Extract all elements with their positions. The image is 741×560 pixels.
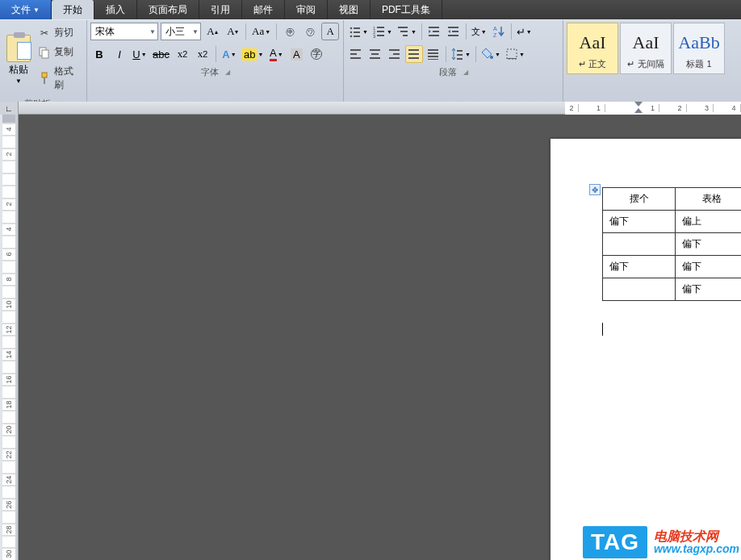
text-direction-button[interactable]: 文▼ [470, 23, 488, 40]
enclose-button[interactable]: 字 [308, 45, 325, 63]
page: ✥ 摆个表格偏下偏上偏下偏下偏下偏下 [551, 139, 741, 560]
indent-marker-icon[interactable] [634, 102, 643, 113]
tab-layout[interactable]: 页面布局 [137, 0, 199, 19]
align-justify-button[interactable] [405, 45, 423, 63]
tab-selector-icon[interactable]: ∟ [0, 102, 19, 115]
enclose-chars-button[interactable]: ㋻ [301, 23, 319, 40]
phonetic-guide-button[interactable]: ㊥ [281, 23, 299, 40]
tab-references[interactable]: 引用 [199, 0, 242, 19]
font-size-combo[interactable]: 小三▼ [161, 23, 201, 40]
show-marks-button[interactable]: ↵▼ [515, 23, 534, 40]
decrease-indent-button[interactable] [425, 23, 443, 40]
line-spacing-button[interactable]: ▼ [450, 45, 472, 63]
bullets-button[interactable]: ▼ [347, 23, 370, 40]
svg-rect-27 [350, 49, 361, 51]
svg-rect-13 [377, 31, 384, 32]
svg-rect-47 [507, 49, 517, 59]
svg-rect-2 [42, 73, 47, 77]
multilevel-list-button[interactable]: ▼ [396, 23, 418, 40]
svg-rect-20 [433, 31, 439, 32]
tab-mail[interactable]: 邮件 [242, 0, 285, 19]
bold-button[interactable]: B [90, 45, 108, 63]
ribbon: 粘贴 ▼ ✂剪切 复制 格式刷 剪贴板◢ 宋体▼ 小三▼ A▴ A▾ Aa▼ ㊥… [0, 19, 741, 102]
grow-font-button[interactable]: A▴ [203, 23, 221, 40]
svg-point-8 [350, 36, 353, 38]
svg-rect-28 [350, 53, 357, 55]
char-shading-button[interactable]: A [287, 45, 305, 63]
align-right-button[interactable] [386, 45, 404, 63]
table-cell[interactable]: 偏下 [603, 211, 676, 233]
svg-rect-34 [393, 53, 400, 55]
document-area[interactable]: ✥ 摆个表格偏下偏上偏下偏下偏下偏下 [19, 115, 741, 560]
document-table[interactable]: 摆个表格偏下偏上偏下偏下偏下偏下 [602, 187, 741, 301]
tab-pdf[interactable]: PDF工具集 [370, 0, 442, 19]
svg-rect-15 [377, 35, 384, 36]
tab-bar: 文件▼ 开始 插入 页面布局 引用 邮件 审阅 视图 PDF工具集 [0, 0, 741, 19]
table-cell[interactable]: 表格 [676, 188, 742, 211]
svg-rect-16 [398, 27, 408, 28]
table-cell[interactable]: 摆个 [603, 188, 676, 211]
svg-rect-41 [428, 56, 438, 57]
svg-rect-7 [354, 31, 360, 33]
paragraph-launcher-icon[interactable]: ◢ [463, 69, 468, 76]
table-cell[interactable]: 偏下 [676, 278, 742, 301]
ruler-horizontal[interactable]: ∟ 211234 [0, 102, 741, 115]
sort-button[interactable]: AZ [490, 23, 508, 40]
strikethrough-button[interactable]: abc [151, 45, 171, 63]
increase-indent-button[interactable] [445, 23, 463, 40]
svg-rect-42 [428, 59, 438, 60]
paste-button[interactable]: 粘贴 ▼ [3, 23, 34, 95]
paste-icon [6, 35, 31, 62]
subscript-button[interactable]: x2 [174, 45, 191, 63]
tab-insert[interactable]: 插入 [94, 0, 137, 19]
table-cell[interactable]: 偏下 [676, 256, 742, 278]
table-cell[interactable] [603, 233, 676, 256]
style-2[interactable]: AaBb标题 1 [673, 23, 725, 74]
svg-rect-19 [429, 27, 439, 28]
svg-rect-39 [428, 49, 438, 51]
format-painter-button[interactable]: 格式刷 [36, 63, 83, 94]
svg-rect-22 [448, 27, 458, 28]
svg-rect-18 [403, 35, 408, 36]
font-name-combo[interactable]: 宋体▼ [90, 23, 158, 40]
highlight-button[interactable]: ab▼ [241, 45, 265, 63]
char-border-button[interactable]: A [321, 23, 339, 40]
table-cell[interactable] [603, 278, 676, 301]
tab-view[interactable]: 视图 [328, 0, 370, 19]
shading-button[interactable]: ▼ [479, 45, 502, 63]
font-color-button[interactable]: A▼ [267, 45, 285, 63]
tab-file[interactable]: 文件▼ [0, 0, 52, 19]
svg-rect-38 [408, 57, 419, 59]
align-left-button[interactable] [347, 45, 365, 63]
font-launcher-icon[interactable]: ◢ [225, 69, 230, 76]
change-case-button[interactable]: Aa▼ [250, 23, 272, 40]
underline-button[interactable]: U▼ [131, 45, 149, 63]
italic-button[interactable]: I [111, 45, 128, 63]
shrink-font-button[interactable]: A▾ [224, 23, 241, 40]
scissors-icon: ✂ [38, 27, 51, 40]
ruler-vertical[interactable]: 4224681012141618202224262830 [0, 115, 19, 560]
copy-button[interactable]: 复制 [36, 44, 83, 61]
style-1[interactable]: AaI↵ 无间隔 [620, 23, 672, 74]
table-cell[interactable]: 偏下 [676, 233, 742, 256]
table-move-handle-icon[interactable]: ✥ [589, 184, 601, 195]
table-cell[interactable]: 偏下 [603, 256, 676, 278]
style-0[interactable]: AaI↵ 正文 [567, 23, 618, 74]
table-cell[interactable]: 偏上 [676, 211, 742, 233]
svg-rect-31 [371, 53, 379, 55]
align-center-button[interactable] [366, 45, 384, 63]
align-distribute-button[interactable] [425, 45, 442, 63]
text-effects-button[interactable]: A▼ [220, 45, 238, 63]
svg-text:Z: Z [493, 32, 497, 38]
text-cursor [602, 323, 603, 336]
tab-home[interactable]: 开始 [52, 0, 94, 19]
superscript-button[interactable]: x2 [194, 45, 211, 63]
borders-button[interactable]: ▼ [504, 45, 526, 63]
svg-rect-23 [452, 31, 458, 32]
numbering-button[interactable]: 123▼ [371, 23, 394, 40]
svg-rect-1 [42, 50, 48, 58]
copy-icon [38, 46, 51, 59]
tab-review[interactable]: 审阅 [285, 0, 328, 19]
svg-rect-40 [428, 52, 438, 54]
cut-button[interactable]: ✂剪切 [36, 24, 83, 41]
